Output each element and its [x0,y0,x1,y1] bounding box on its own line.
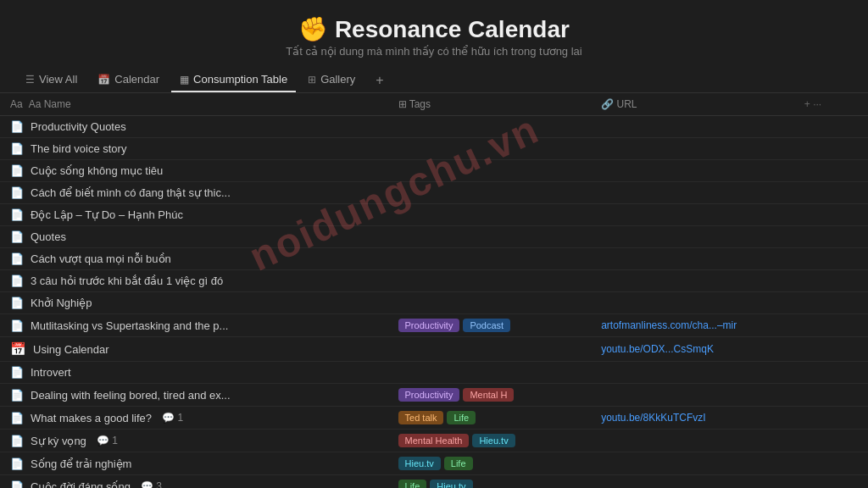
table-row[interactable]: 📄Sống để trải nghiệmHieu.tvLife [0,452,868,475]
row-name-cell: 📄Cuộc sống không mục tiêu [10,164,378,177]
nav-tabs: ☰ View All 📅 Calendar ▦ Consumption Tabl… [0,61,868,93]
url-cell [591,475,794,489]
row-name-cell: 📄Dealing with feeling bored, tired and e… [10,389,378,402]
actions-cell [794,475,868,489]
row-name-cell: 📄Introvert [10,366,378,379]
url-cell [591,452,794,475]
tag-badge[interactable]: Life [447,411,476,424]
doc-icon: 📄 [10,412,24,424]
table-row[interactable]: 📅Using Calendaryoutu.be/ODX...CsSmqK [0,337,868,362]
url-cell [591,204,794,226]
url-cell [591,182,794,204]
doc-icon: 📄 [10,319,24,332]
view-all-icon: ☰ [25,74,35,86]
row-name: Mutlitasking vs Supertasking and the p..… [31,319,228,332]
table-row[interactable]: 📄Dealing with feeling bored, tired and e… [0,384,868,407]
tag-badge[interactable]: Mental H [463,388,514,402]
url-cell[interactable]: youtu.be/8KkKuTCFvzI [591,407,794,430]
doc-icon: 📄 [10,366,24,379]
tag-badge[interactable]: Productivity [398,388,460,402]
tag-badge[interactable]: Ted talk [398,411,444,424]
tab-view-all[interactable]: ☰ View All [17,68,86,92]
doc-icon: 📄 [10,480,24,489]
table-row[interactable]: 📄Quotes [0,226,868,248]
table-row[interactable]: 📄Cuộc đời đáng sống💬 3LifeHieu.tv [0,475,868,489]
tag-badge[interactable]: Life [398,480,427,488]
table-row[interactable]: 📄3 câu hỏi trước khi bắt đầu 1 việc gì đ… [0,270,868,292]
table-row[interactable]: 📄Introvert [0,362,868,384]
table-row[interactable]: 📄The bird voice story [0,138,868,160]
table-row[interactable]: 📄What makes a good life?💬 1Ted talkLifey… [0,407,868,430]
col-tags: ⊞ Tags [388,93,592,116]
actions-cell [794,292,868,314]
url-cell [591,362,794,384]
table-row[interactable]: 📄Mutlitasking vs Supertasking and the p.… [0,314,868,337]
row-name: Khởi Nghiệp [31,297,92,309]
actions-cell [794,138,868,160]
tag-badge[interactable]: Mental Health [398,434,470,447]
actions-cell [794,362,868,384]
url-cell[interactable]: youtu.be/ODX...CsSmqK [591,337,794,362]
tag-badge[interactable]: Productivity [398,319,460,332]
table-row[interactable]: 📄Khởi Nghiệp [0,292,868,314]
actions-cell [794,337,868,362]
row-name: What makes a good life? [31,412,152,424]
url-cell [591,292,794,314]
tag-badge[interactable]: Hieu.tv [472,434,515,447]
row-name-cell: 📄Cuộc đời đáng sống💬 3 [10,480,378,489]
row-name: Sự kỳ vọng [31,435,86,447]
tag-badge[interactable]: Podcast [463,319,510,332]
doc-icon: 📄 [10,458,24,470]
doc-icon: 📄 [10,435,24,447]
col-add-icon[interactable]: + ··· [804,98,821,110]
tab-gallery[interactable]: ⊞ Gallery [299,68,364,92]
table-row[interactable]: 📄Cách để biết mình có đang thật sự thic.… [0,182,868,204]
tag-badge[interactable]: Hieu.tv [398,457,441,470]
row-name: 3 câu hỏi trước khi bắt đầu 1 việc gì đó [31,274,223,287]
actions-cell [794,182,868,204]
row-name-cell: 📄Cách vượt qua mọi nỗi buồn [10,252,378,265]
add-view-button[interactable]: + [370,69,388,92]
gallery-icon: ⊞ [308,74,316,86]
table-row[interactable]: 📄Độc Lập – Tự Do – Hạnh Phúc [0,204,868,226]
tab-consumption-table[interactable]: ▦ Consumption Table [171,68,296,92]
calendar-icon: 📅 [97,74,110,86]
actions-cell [794,226,868,248]
tags-cell: Hieu.tvLife [398,457,581,470]
row-name-cell: 📄Khởi Nghiệp [10,297,378,309]
page-header: ✊ Resonance Calendar Tất cả nội dung mà … [0,0,868,61]
consumption-table: Aa Aa Name ⊞ Tags 🔗 URL + ··· [0,93,868,488]
tags-cell: LifeHieu.tv [398,480,581,488]
row-name-cell: 📄Mutlitasking vs Supertasking and the p.… [10,319,378,332]
col-actions: + ··· [794,93,868,116]
table-row[interactable]: 📄Sự kỳ vọng💬 1Mental HealthHieu.tv [0,430,868,452]
tab-calendar[interactable]: 📅 Calendar [89,68,168,92]
doc-icon: 📅 [10,341,26,357]
row-name-cell: 📄3 câu hỏi trước khi bắt đầu 1 việc gì đ… [10,274,378,287]
comment-badge: 💬 1 [162,412,183,424]
row-name-cell: 📄Sống để trải nghiệm [10,458,378,470]
table-row[interactable]: 📄Cách vượt qua mọi nỗi buồn [0,248,868,270]
url-cell[interactable]: artofmanliness.com/cha...–mir [591,314,794,337]
url-cell [591,270,794,292]
doc-icon: 📄 [10,164,24,177]
doc-icon: 📄 [10,208,24,221]
row-name: The bird voice story [31,142,126,155]
row-name-cell: 📄Độc Lập – Tự Do – Hạnh Phúc [10,208,378,221]
doc-icon: 📄 [10,274,24,287]
comment-badge: 💬 3 [141,480,162,488]
doc-icon: 📄 [10,252,24,265]
tags-cell: Ted talkLife [398,411,581,424]
row-name-cell: 📄Quotes [10,230,378,243]
table-row[interactable]: 📄Productivity Quotes [0,116,868,138]
tag-badge[interactable]: Hieu.tv [430,480,472,488]
table-row[interactable]: 📄Cuộc sống không mục tiêu [0,160,868,182]
tag-badge[interactable]: Life [444,457,473,470]
row-name: Introvert [31,366,71,379]
url-cell [591,160,794,182]
url-cell [591,248,794,270]
tags-cell: Mental HealthHieu.tv [398,434,581,447]
table-container[interactable]: Aa Aa Name ⊞ Tags 🔗 URL + ··· [0,93,868,488]
doc-icon: 📄 [10,120,24,133]
page-subtitle: Tất cả nội dung mà mình thấy có thể hữu … [0,45,868,58]
